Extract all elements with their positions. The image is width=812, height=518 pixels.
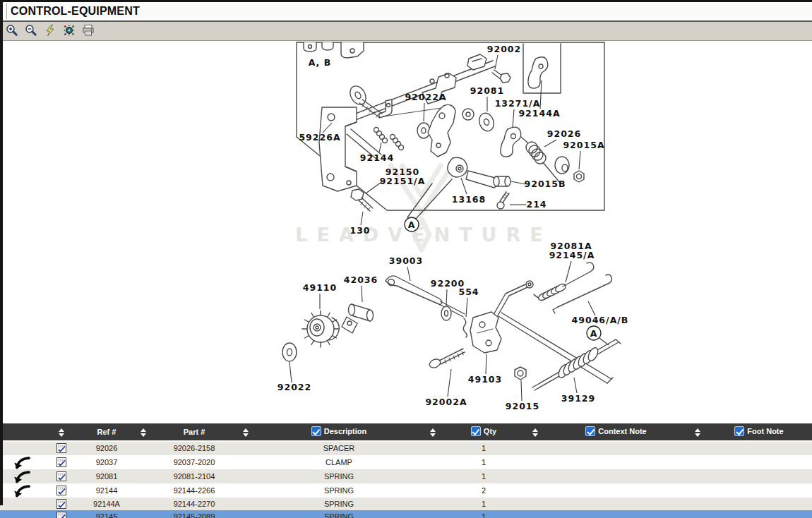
- sort-control[interactable]: [44, 423, 79, 441]
- row-back-arrow-cell[interactable]: [0, 498, 44, 511]
- row-back-arrow-cell[interactable]: [0, 441, 44, 455]
- table-row[interactable]: 9203792037-2020CLAMP1: [0, 455, 812, 469]
- spacer: [237, 441, 254, 455]
- spacer: [134, 510, 152, 518]
- row-edit-cell[interactable]: [44, 455, 79, 469]
- table-row[interactable]: 9214592145-2089SPRING1: [0, 510, 812, 518]
- sort-arrows-icon: [243, 428, 249, 437]
- header-qty[interactable]: Qty: [441, 423, 526, 441]
- title-divider: [6, 4, 7, 19]
- ref-cell: 92026: [79, 441, 134, 455]
- spacer: [424, 498, 441, 511]
- part-label[interactable]: 92022A: [405, 92, 446, 102]
- ref-cell: 92145: [79, 510, 134, 518]
- row-edit-cell[interactable]: [44, 510, 79, 518]
- part-label[interactable]: 92081: [470, 85, 505, 96]
- description-checkbox[interactable]: [311, 426, 321, 436]
- sort-arrows-icon: [532, 428, 538, 437]
- spacer: [134, 469, 152, 483]
- context-note-checkbox[interactable]: [585, 426, 595, 436]
- part-label[interactable]: 49103: [468, 374, 503, 385]
- table-header-row: Ref # Part # Description Qty Context Not…: [0, 423, 812, 441]
- sort-control[interactable]: [237, 423, 254, 441]
- row-back-arrow-cell[interactable]: [0, 483, 44, 498]
- part-label[interactable]: 92144A: [518, 108, 560, 119]
- spacer: [237, 510, 254, 518]
- table-row[interactable]: 9202692026-2158SPACER1: [0, 441, 812, 455]
- part-label[interactable]: 92151/A: [380, 176, 426, 186]
- part-label[interactable]: 49110: [303, 282, 338, 293]
- hotspots-button[interactable]: [61, 23, 77, 39]
- part-label[interactable]: 92026: [547, 128, 582, 139]
- spacer: [526, 483, 544, 498]
- spacer: [688, 469, 706, 483]
- diagram-canvas[interactable]: LEADVENTURE: [0, 41, 812, 423]
- spacer: [688, 441, 706, 455]
- part-label[interactable]: 92002A: [425, 397, 467, 407]
- part-label[interactable]: 39003: [389, 255, 424, 266]
- row-back-arrow-cell[interactable]: [0, 455, 44, 469]
- row-edit-cell[interactable]: [44, 498, 79, 511]
- part-label[interactable]: 59226A: [299, 132, 340, 143]
- header-ref[interactable]: Ref #: [79, 423, 134, 441]
- part-label[interactable]: 13271/A: [495, 98, 541, 109]
- part-label[interactable]: A, B: [309, 57, 332, 68]
- part-label[interactable]: 42036: [344, 275, 378, 285]
- qty-cell: 1: [441, 469, 526, 483]
- zoom-out-button[interactable]: [23, 23, 39, 39]
- description-cell: SPRING: [254, 498, 424, 511]
- undo-arrow-icon: [13, 457, 31, 466]
- part-label[interactable]: 49046/A/B: [572, 315, 629, 325]
- qty-cell: 1: [441, 441, 526, 455]
- edit-note-icon: [56, 499, 67, 507]
- part-label[interactable]: 39129: [561, 393, 596, 404]
- sort-control[interactable]: [526, 423, 544, 441]
- part-label[interactable]: 554: [458, 287, 479, 297]
- row-edit-cell[interactable]: [44, 469, 79, 483]
- row-back-arrow-cell[interactable]: [0, 469, 44, 483]
- flash-button[interactable]: [42, 23, 58, 39]
- header-description[interactable]: Description: [254, 423, 424, 441]
- table-row[interactable]: 92144A92144-2270SPRING1: [0, 498, 812, 511]
- part-label[interactable]: 92145/A: [549, 250, 595, 260]
- part-label[interactable]: 214: [526, 199, 547, 210]
- part-label[interactable]: 92015B: [524, 179, 566, 189]
- part-label[interactable]: 92015A: [563, 140, 604, 150]
- context-note-cell: [544, 441, 688, 455]
- spacer: [688, 510, 706, 518]
- spacer: [424, 469, 441, 483]
- spacer: [237, 483, 254, 498]
- row-edit-cell[interactable]: [44, 483, 79, 498]
- ref-cell: 92144: [79, 483, 134, 498]
- header-foot-note[interactable]: Foot Note: [706, 423, 812, 441]
- zoom-in-icon: [6, 24, 18, 39]
- context-note-cell: [544, 510, 688, 518]
- sort-control[interactable]: [134, 423, 152, 441]
- sort-control[interactable]: [688, 423, 706, 441]
- foot-note-checkbox[interactable]: [734, 426, 744, 436]
- spacer: [526, 441, 544, 455]
- part-label[interactable]: 92002: [487, 44, 522, 54]
- table-row[interactable]: 9208192081-2104SPRING1: [0, 469, 812, 483]
- part-cell: 92145-2089: [152, 510, 237, 518]
- ref-cell: 92037: [79, 455, 134, 469]
- parts-diagram: LEADVENTURE: [0, 41, 812, 423]
- part-label[interactable]: 92144: [360, 152, 395, 163]
- row-edit-cell[interactable]: [44, 441, 79, 455]
- foot-note-cell: [706, 455, 812, 469]
- part-label[interactable]: 130: [350, 225, 370, 236]
- part-label[interactable]: 13168: [452, 194, 486, 205]
- part-label[interactable]: 92015: [506, 401, 540, 411]
- header-context-note[interactable]: Context Note: [544, 423, 688, 441]
- spacer: [526, 469, 544, 483]
- row-back-arrow-cell[interactable]: [0, 510, 44, 518]
- header-part[interactable]: Part #: [152, 423, 237, 441]
- foot-note-cell: [706, 469, 812, 483]
- table-row[interactable]: 9214492144-2266SPRING2: [0, 483, 812, 498]
- sort-control[interactable]: [424, 423, 441, 441]
- sort-arrows-icon: [141, 428, 146, 437]
- zoom-in-button[interactable]: [4, 23, 20, 39]
- part-label[interactable]: 92022: [277, 382, 312, 392]
- qty-checkbox[interactable]: [471, 426, 481, 436]
- print-button[interactable]: [80, 23, 96, 39]
